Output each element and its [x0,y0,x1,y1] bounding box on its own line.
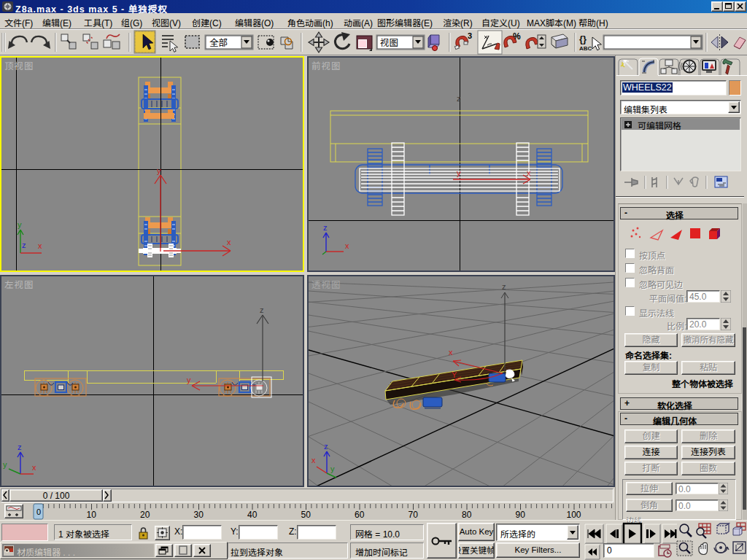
svg-text:30: 30 [194,510,204,520]
svg-text:%: % [513,31,521,42]
svg-text:z: z [502,282,506,291]
svg-text:x: x [38,241,42,250]
svg-text:0: 0 [36,508,41,516]
svg-text:x: x [345,241,349,250]
svg-text:z: z [18,443,22,451]
svg-text:z: z [457,94,461,103]
svg-text:x: x [527,168,531,177]
svg-text:10: 10 [87,510,97,520]
svg-text:3: 3 [468,31,472,40]
svg-text:全部: 全部 [209,38,228,48]
svg-text:{}: {} [579,34,587,44]
svg-text:40: 40 [247,510,258,520]
svg-text:x: x [311,456,316,464]
svg-text:60: 60 [355,510,365,520]
svg-text:y: y [330,464,335,473]
svg-text:Y: Y [452,370,457,379]
svg-text:视图: 视图 [380,38,398,48]
svg-text:100: 100 [567,510,581,520]
svg-text:y: y [457,168,461,177]
svg-text:70: 70 [409,510,419,520]
svg-text:z: z [22,241,26,249]
svg-text:z: z [260,306,264,314]
svg-text:y: y [187,376,191,384]
svg-text:y: y [18,220,22,229]
svg-text:x: x [449,348,453,357]
svg-text:z: z [324,442,328,451]
svg-text:y: y [3,460,7,469]
svg-text:z: z [323,223,328,232]
svg-text:50: 50 [301,510,311,520]
svg-text:x: x [227,238,231,246]
svg-text:x: x [32,463,36,472]
svg-text:y: y [157,166,161,175]
svg-text:ABC: ABC [579,45,592,52]
svg-text:90: 90 [516,510,526,520]
svg-text:80: 80 [462,510,472,520]
svg-text:20: 20 [140,510,150,520]
